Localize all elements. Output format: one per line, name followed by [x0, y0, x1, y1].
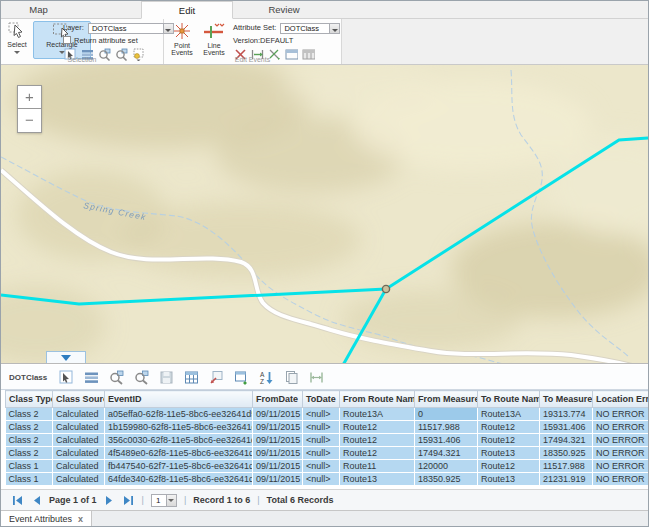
table-cell[interactable]: <null>: [303, 473, 340, 486]
select-tool-button[interactable]: Select: [3, 21, 31, 59]
table-row[interactable]: Class 2Calculated1b159980-62f8-11e5-8bc6…: [6, 421, 649, 434]
column-header[interactable]: FromDate: [253, 391, 303, 408]
table-cell[interactable]: 17494.321: [415, 447, 478, 460]
return-attribute-set-checkbox[interactable]: [63, 36, 71, 44]
line-events-button[interactable]: Line Events: [199, 21, 229, 59]
table-cell[interactable]: Route12: [340, 421, 415, 434]
table-cell[interactable]: Route13A: [478, 408, 540, 421]
tab-edit[interactable]: Edit: [141, 1, 233, 19]
table-cell[interactable]: 120000: [415, 460, 478, 473]
tab-event-attributes[interactable]: Event Attributes x: [1, 511, 92, 527]
table-row[interactable]: Class 1Calculated64fde340-62f8-11e5-8bc6…: [6, 473, 649, 486]
column-header[interactable]: ToDate: [303, 391, 340, 408]
table-cell[interactable]: 18350.925: [540, 447, 593, 460]
show-all-records-icon[interactable]: [84, 370, 99, 385]
table-cell[interactable]: 11517.988: [415, 421, 478, 434]
table-cell[interactable]: Calculated: [53, 473, 105, 486]
table-cell[interactable]: 11517.988: [540, 460, 593, 473]
table-cell[interactable]: 09/11/2015: [253, 421, 303, 434]
table-cell[interactable]: Route13: [478, 473, 540, 486]
next-page-button[interactable]: [104, 494, 116, 506]
zoom-to-record-icon[interactable]: [109, 370, 124, 385]
table-cell[interactable]: 15931.406: [540, 421, 593, 434]
table-cell[interactable]: Route13A: [340, 408, 415, 421]
page-select-combobox[interactable]: 1: [151, 494, 177, 507]
previous-page-button[interactable]: [30, 494, 42, 506]
table-cell[interactable]: Class 2: [6, 408, 53, 421]
table-cell[interactable]: Class 1: [6, 460, 53, 473]
column-header[interactable]: Location Error: [593, 391, 649, 408]
column-header[interactable]: From Measure: [415, 391, 478, 408]
table-cell[interactable]: <null>: [303, 447, 340, 460]
column-header[interactable]: To Measure: [540, 391, 593, 408]
table-cell[interactable]: 09/11/2015: [253, 408, 303, 421]
attribute-set-combobox[interactable]: DOTClass: [280, 23, 340, 34]
column-header[interactable]: To Route Name: [478, 391, 540, 408]
table-cell[interactable]: 09/11/2015: [253, 447, 303, 460]
first-page-button[interactable]: [11, 494, 23, 506]
save-edits-icon[interactable]: [159, 370, 174, 385]
table-cell[interactable]: Calculated: [53, 408, 105, 421]
table-cell[interactable]: NO ERROR: [593, 434, 649, 447]
table-cell[interactable]: 356c0030-62f8-11e5-8bc6-ee32641d5ec9: [105, 434, 253, 447]
table-cell[interactable]: 09/11/2015: [253, 473, 303, 486]
table-cell[interactable]: Calculated: [53, 460, 105, 473]
table-cell[interactable]: Route12: [340, 434, 415, 447]
table-cell[interactable]: Route12: [340, 447, 415, 460]
table-cell[interactable]: NO ERROR: [593, 473, 649, 486]
fit-columns-icon[interactable]: [309, 370, 324, 385]
table-cell[interactable]: 09/11/2015: [253, 434, 303, 447]
table-cell[interactable]: 18350.925: [415, 473, 478, 486]
table-cell[interactable]: Route12: [478, 460, 540, 473]
table-cell[interactable]: 1b159980-62f8-11e5-8bc6-ee32641d5ec9: [105, 421, 253, 434]
delete-event-icon[interactable]: [209, 370, 224, 385]
zoom-out-button[interactable]: −: [17, 109, 42, 133]
copy-records-icon[interactable]: [284, 370, 299, 385]
column-header[interactable]: From Route Name: [340, 391, 415, 408]
table-cell[interactable]: fb447540-62f7-11e5-8bc6-ee32641d5ec9: [105, 460, 253, 473]
tab-map[interactable]: Map: [11, 1, 66, 19]
table-cell[interactable]: Class 1: [6, 473, 53, 486]
last-page-button[interactable]: [123, 494, 135, 506]
table-cell[interactable]: Route13: [478, 447, 540, 460]
select-tool-icon[interactable]: [59, 370, 74, 385]
table-cell[interactable]: Route11: [340, 460, 415, 473]
table-row[interactable]: Class 2Calculated356c0030-62f8-11e5-8bc6…: [6, 434, 649, 447]
table-cell[interactable]: 4f5489e0-62f8-11e5-8bc6-ee32641d5ec9: [105, 447, 253, 460]
table-cell[interactable]: 64fde340-62f8-11e5-8bc6-ee32641d5ec9: [105, 473, 253, 486]
attribute-set-combobox-arrow-icon[interactable]: [329, 24, 339, 33]
map-view[interactable]: Spring Creek + −: [1, 65, 648, 364]
close-tab-icon[interactable]: x: [78, 515, 83, 524]
point-events-button[interactable]: Point Events: [167, 21, 197, 59]
pan-to-record-icon[interactable]: [134, 370, 149, 385]
table-row[interactable]: Class 1Calculatedfb447540-62f7-11e5-8bc6…: [6, 460, 649, 473]
route-junction-marker[interactable]: [382, 285, 389, 292]
layer-combobox[interactable]: DOTClass: [88, 23, 174, 34]
table-cell[interactable]: Route12: [478, 434, 540, 447]
table-cell[interactable]: NO ERROR: [593, 460, 649, 473]
table-cell[interactable]: <null>: [303, 434, 340, 447]
table-cell[interactable]: Calculated: [53, 447, 105, 460]
panel-collapse-button[interactable]: [46, 351, 86, 363]
table-cell[interactable]: Class 2: [6, 421, 53, 434]
page-select-arrow-icon[interactable]: [166, 495, 176, 506]
table-cell[interactable]: Route12: [478, 421, 540, 434]
table-cell[interactable]: Calculated: [53, 434, 105, 447]
table-cell[interactable]: NO ERROR: [593, 421, 649, 434]
table-cell[interactable]: <null>: [303, 408, 340, 421]
table-row[interactable]: Class 2Calculated4f5489e0-62f8-11e5-8bc6…: [6, 447, 649, 460]
open-table-icon[interactable]: [184, 370, 199, 385]
tab-review[interactable]: Review: [249, 1, 319, 19]
zoom-in-button[interactable]: +: [17, 85, 42, 109]
table-cell[interactable]: NO ERROR: [593, 447, 649, 460]
table-cell[interactable]: 19313.774: [540, 408, 593, 421]
table-cell[interactable]: 15931.406: [415, 434, 478, 447]
table-cell[interactable]: NO ERROR: [593, 408, 649, 421]
table-cell[interactable]: Class 2: [6, 447, 53, 460]
table-cell[interactable]: a05effa0-62f8-11e5-8bc6-ee32641d5ec9: [105, 408, 253, 421]
table-cell[interactable]: 09/11/2015: [253, 460, 303, 473]
column-header[interactable]: Class Type: [6, 391, 53, 408]
add-event-icon[interactable]: [234, 370, 249, 385]
table-cell[interactable]: <null>: [303, 460, 340, 473]
table-cell[interactable]: <null>: [303, 421, 340, 434]
